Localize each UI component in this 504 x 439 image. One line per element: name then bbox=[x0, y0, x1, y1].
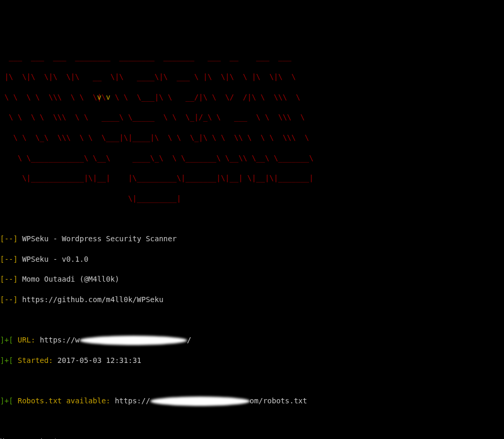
header-line: [--] Momo Outaadi (@M4ll0k) bbox=[0, 274, 504, 284]
url-line: ]+[ URL: https://w/ bbox=[0, 335, 504, 345]
started-line: ]+[ Started: 2017-05-03 12:31:31 bbox=[0, 356, 504, 366]
redacted-domain bbox=[80, 336, 187, 345]
terminal-output: ___ ___ ___ ________ ________ _______ __… bbox=[0, 41, 504, 439]
redacted-domain bbox=[150, 397, 250, 406]
robots-body: User-agent: * bbox=[0, 436, 504, 439]
header-line: [--] https://github.com/m4ll0k/WPSeku bbox=[0, 295, 504, 305]
header-line: [--] WPSeku - v0.1.0 bbox=[0, 254, 504, 264]
header-line: [--] WPSeku - Wordpress Security Scanner bbox=[0, 234, 504, 244]
robots-line: ]+[ Robots.txt available: https://om/rob… bbox=[0, 396, 504, 406]
ascii-art: ___ ___ ___ ________ ________ _______ __… bbox=[0, 52, 504, 62]
